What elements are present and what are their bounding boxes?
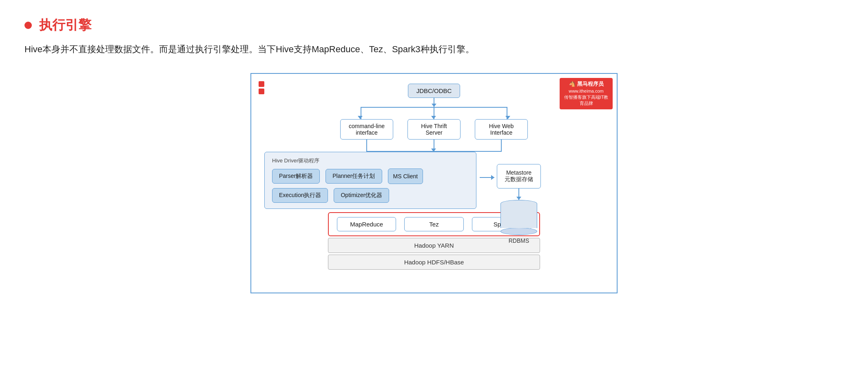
metastore-to-rdbms-arrow — [518, 188, 519, 200]
execution-box: Execution执行器 — [272, 188, 328, 203]
diagram-wrapper: 🐴 黑马程序员 www.itheima.com 传智播客旗下高端IT教育品牌 J… — [24, 73, 844, 293]
diagram-main: JDBC/ODBC command-line interface Hi — [264, 84, 604, 270]
title-section: 执行引擎 — [24, 16, 844, 34]
metastore-box: Metastore 元数据存储 — [497, 164, 541, 188]
hadoop-hdfs-layer: Hadoop HDFS/HBase — [328, 255, 540, 270]
arrow-jdbc-to-row — [434, 98, 434, 107]
planner-box: Planner任务计划 — [326, 169, 382, 184]
section-title: 执行引擎 — [39, 16, 91, 34]
interface-row: command-line interface Hive Thrift Serve… — [340, 119, 528, 140]
jdbc-odbc-box: JDBC/ODBC — [408, 84, 461, 98]
driver-row-bottom: Execution执行器 Optimizer优化器 — [272, 188, 469, 203]
hive-web-box: Hive Web Interface — [475, 119, 528, 140]
ms-client-box: MS Client — [388, 169, 423, 184]
driver-area: Hive Driver驱动程序 Parser解析器 Planner任务计划 MS… — [264, 152, 476, 209]
rdbms-label: RDBMS — [509, 237, 529, 244]
red-squares — [259, 81, 264, 94]
optimizer-box: Optimizer优化器 — [334, 188, 389, 203]
hive-thrift-box: Hive Thrift Server — [407, 119, 461, 140]
red-square-1 — [259, 81, 264, 87]
ms-to-metastore-arrow — [480, 177, 494, 178]
driver-inner: Parser解析器 Planner任务计划 MS Client Executio… — [272, 169, 469, 203]
cyl-body — [500, 204, 537, 228]
driver-section-wrapper: Hive Driver驱动程序 Parser解析器 Planner任务计划 MS… — [264, 152, 604, 209]
driver-row-top: Parser解析器 Planner任务计划 MS Client — [272, 169, 469, 184]
tez-box: Tez — [404, 217, 463, 231]
right-panel: Metastore 元数据存储 RDBMS — [497, 164, 541, 244]
diagram-outer: 🐴 黑马程序员 www.itheima.com 传智播客旗下高端IT教育品牌 J… — [250, 73, 618, 293]
three-to-driver-connector — [340, 140, 528, 152]
cyl-bottom — [500, 228, 537, 235]
red-square-2 — [259, 89, 264, 94]
title-bullet — [24, 22, 32, 29]
three-way-connector — [348, 107, 520, 119]
arrow-right-ms — [480, 177, 494, 178]
mapreduce-box: MapReduce — [337, 217, 396, 231]
rdbms-cylinder: RDBMS — [500, 200, 537, 244]
description-text: Hive本身并不直接处理数据文件。而是通过执行引擎处理。当下Hive支持MapR… — [24, 42, 844, 57]
parser-box: Parser解析器 — [272, 169, 320, 184]
driver-label: Hive Driver驱动程序 — [272, 157, 469, 164]
command-line-box: command-line interface — [340, 119, 393, 140]
